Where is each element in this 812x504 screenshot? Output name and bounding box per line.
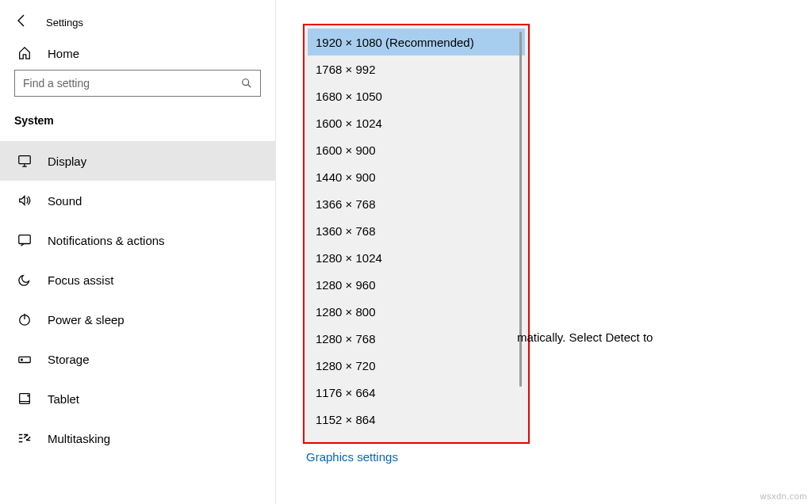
nav-item-focus-assist[interactable]: Focus assist: [0, 260, 275, 300]
search-placeholder: Find a setting: [23, 77, 90, 90]
resolution-option[interactable]: 1280 × 800: [308, 298, 525, 325]
nav-item-display[interactable]: Display: [0, 141, 275, 181]
resolution-option[interactable]: 1366 × 768: [308, 190, 525, 217]
resolution-option[interactable]: 1176 × 664: [308, 379, 525, 406]
resolution-option[interactable]: 1280 × 960: [308, 271, 525, 298]
nav-label: Display: [48, 155, 86, 168]
resolution-dropdown[interactable]: 1920 × 1080 (Recommended) 1768 × 992 168…: [303, 24, 530, 444]
nav-label: Focus assist: [48, 273, 113, 287]
nav-item-power-sleep[interactable]: Power & sleep: [0, 300, 275, 339]
nav-label: Tablet: [48, 392, 79, 406]
resolution-option[interactable]: 1768 × 992: [308, 55, 525, 82]
nav-item-tablet[interactable]: Tablet: [0, 379, 275, 418]
category-label: System: [0, 108, 275, 141]
graphics-settings-link[interactable]: Graphics settings: [306, 450, 398, 464]
settings-title: Settings: [46, 17, 83, 29]
nav-item-notifications[interactable]: Notifications & actions: [0, 220, 275, 260]
sound-icon: [17, 193, 32, 208]
resolution-option[interactable]: 1440 × 900: [308, 163, 525, 190]
home-nav-item[interactable]: Home: [0, 38, 275, 70]
svg-point-7: [28, 395, 29, 396]
nav-label: Power & sleep: [48, 313, 124, 326]
svg-point-5: [21, 359, 23, 361]
watermark: wsxdn.com: [760, 491, 807, 501]
nav-label: Sound: [48, 194, 82, 208]
svg-point-0: [243, 79, 249, 86]
header-row: Settings: [0, 6, 275, 38]
resolution-list: 1920 × 1080 (Recommended) 1768 × 992 168…: [308, 29, 525, 439]
power-icon: [17, 312, 32, 326]
svg-rect-2: [19, 235, 30, 244]
notifications-icon: [17, 233, 32, 247]
nav-item-multitasking[interactable]: Multitasking: [0, 418, 275, 458]
resolution-option[interactable]: 1280 × 1024: [308, 244, 525, 271]
resolution-option[interactable]: 1600 × 1024: [308, 109, 525, 136]
main-content: 1920 × 1080 (Recommended) 1768 × 992 168…: [276, 0, 812, 504]
svg-rect-1: [19, 156, 30, 164]
nav-label: Notifications & actions: [48, 234, 165, 247]
nav-label: Multitasking: [48, 432, 110, 445]
settings-sidebar: Settings Home Find a setting System Disp…: [0, 0, 276, 504]
tablet-icon: [17, 391, 32, 406]
storage-icon: [17, 352, 32, 366]
nav-item-storage[interactable]: Storage: [0, 339, 275, 379]
back-arrow-icon[interactable]: [16, 14, 29, 30]
home-icon: [17, 46, 32, 60]
resolution-option[interactable]: 1280 × 720: [308, 352, 525, 379]
resolution-option[interactable]: 1600 × 900: [308, 136, 525, 163]
resolution-option[interactable]: 1360 × 768: [308, 217, 525, 244]
search-input[interactable]: Find a setting: [14, 70, 261, 97]
nav-label: Storage: [48, 353, 90, 366]
resolution-option[interactable]: 1280 × 768: [308, 325, 525, 352]
detect-info-text: matically. Select Detect to: [517, 330, 653, 344]
nav-item-sound[interactable]: Sound: [0, 181, 275, 220]
display-icon: [17, 154, 32, 168]
search-icon: [241, 78, 252, 89]
resolution-option[interactable]: 1920 × 1080 (Recommended): [308, 29, 525, 55]
search-wrap: Find a setting: [0, 70, 275, 108]
home-label: Home: [48, 47, 79, 60]
resolution-option[interactable]: 1152 × 864: [308, 406, 525, 433]
focus-assist-icon: [17, 273, 32, 287]
multitasking-icon: [17, 431, 32, 445]
resolution-option[interactable]: 1680 × 1050: [308, 82, 525, 109]
